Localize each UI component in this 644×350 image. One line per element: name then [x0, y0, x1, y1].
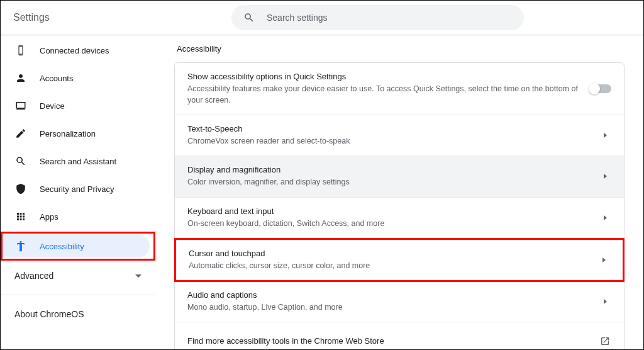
sidebar-item-label: Accessibility — [40, 242, 84, 251]
row-web-store[interactable]: Find more accessibility tools in the Chr… — [175, 322, 624, 349]
phone-icon — [14, 44, 27, 57]
chevron-right-icon — [597, 257, 610, 262]
row-sub: Mono audio, startup, Live Caption, and m… — [187, 302, 599, 313]
row-sub: Accessibility features make your device … — [187, 83, 590, 106]
advanced-label: Advanced — [14, 271, 53, 281]
apps-icon — [14, 210, 27, 223]
row-title: Cursor and touchpad — [189, 249, 597, 258]
row-keyboard-text-input[interactable]: Keyboard and text input On-screen keyboa… — [175, 198, 624, 239]
settings-card: Show accessibility options in Quick Sett… — [174, 62, 625, 349]
row-sub: ChromeVox screen reader and select-to-sp… — [187, 135, 599, 147]
shield-icon — [14, 183, 27, 195]
row-title: Text-to-Speech — [187, 124, 599, 133]
row-cursor-touchpad[interactable]: Cursor and touchpad Automatic clicks, cu… — [174, 238, 625, 282]
search-icon — [243, 11, 255, 24]
sidebar-item-accessibility[interactable]: Accessibility — [1, 232, 155, 261]
row-quick-settings[interactable]: Show accessibility options in Quick Sett… — [175, 63, 624, 115]
row-title: Display and magnification — [187, 165, 599, 174]
sidebar-item-label: Connected devices — [40, 46, 109, 55]
row-sub: Automatic clicks, cursor size, cursor co… — [189, 260, 597, 271]
sidebar-advanced[interactable]: Advanced — [1, 261, 155, 291]
app-title: Settings — [13, 12, 50, 23]
accessibility-icon — [14, 240, 27, 252]
open-external-icon — [599, 336, 611, 346]
sidebar-item-label: Search and Assistant — [40, 157, 116, 166]
toggle-off[interactable] — [590, 84, 611, 93]
sidebar: Connected devices Accounts Device Person… — [1, 35, 155, 349]
row-title: Find more accessibility tools in the Chr… — [187, 336, 599, 346]
chevron-right-icon — [599, 133, 611, 138]
chevron-right-icon — [599, 174, 611, 179]
row-text: Display and magnification Color inversio… — [187, 165, 599, 188]
sidebar-item-label: Device — [40, 101, 65, 111]
row-display-magnification[interactable]: Display and magnification Color inversio… — [175, 156, 624, 197]
search-bar[interactable] — [231, 5, 524, 30]
row-title: Keyboard and text input — [187, 206, 599, 216]
row-audio-captions[interactable]: Audio and captions Mono audio, startup, … — [175, 281, 624, 322]
chevron-down-icon — [135, 274, 142, 278]
row-text: Keyboard and text input On-screen keyboa… — [187, 206, 599, 229]
divider — [1, 295, 155, 295]
sidebar-item-label: Accounts — [40, 74, 73, 83]
sidebar-item-label: Security and Privacy — [40, 184, 114, 194]
row-text: Show accessibility options in Quick Sett… — [187, 72, 590, 106]
sidebar-item-accounts[interactable]: Accounts — [1, 65, 150, 91]
chevron-right-icon — [599, 215, 611, 220]
row-text-to-speech[interactable]: Text-to-Speech ChromeVox screen reader a… — [175, 115, 624, 156]
header: Settings — [1, 1, 643, 35]
search-input[interactable] — [267, 13, 513, 23]
sidebar-item-label: Apps — [40, 212, 58, 222]
content: Connected devices Accounts Device Person… — [1, 35, 643, 349]
row-title: Audio and captions — [187, 290, 599, 300]
main: Accessibility Show accessibility options… — [155, 35, 643, 349]
sidebar-item-apps[interactable]: Apps — [1, 204, 150, 229]
svg-point-0 — [19, 241, 21, 243]
chevron-right-icon — [599, 299, 611, 304]
row-text: Find more accessibility tools in the Chr… — [187, 336, 599, 346]
row-text: Cursor and touchpad Automatic clicks, cu… — [189, 249, 597, 271]
sidebar-item-device[interactable]: Device — [1, 93, 150, 118]
sidebar-item-connected-devices[interactable]: Connected devices — [1, 38, 150, 63]
sidebar-item-search-assistant[interactable]: Search and Assistant — [1, 149, 150, 174]
person-icon — [14, 72, 27, 84]
row-sub: Color inversion, magnifier, and display … — [187, 176, 599, 188]
sidebar-item-personalization[interactable]: Personalization — [1, 121, 150, 146]
laptop-icon — [14, 99, 27, 112]
section-title: Accessibility — [177, 44, 625, 54]
search-icon — [14, 155, 27, 167]
sidebar-about[interactable]: About ChromeOS — [1, 299, 155, 329]
row-text: Text-to-Speech ChromeVox screen reader a… — [187, 124, 599, 147]
pencil-icon — [14, 127, 27, 140]
row-title: Show accessibility options in Quick Sett… — [187, 72, 590, 81]
row-sub: On-screen keyboard, dictation, Switch Ac… — [187, 218, 599, 229]
row-text: Audio and captions Mono audio, startup, … — [187, 290, 599, 313]
about-label: About ChromeOS — [14, 309, 84, 319]
sidebar-item-label: Personalization — [40, 129, 96, 138]
sidebar-item-security-privacy[interactable]: Security and Privacy — [1, 176, 150, 201]
